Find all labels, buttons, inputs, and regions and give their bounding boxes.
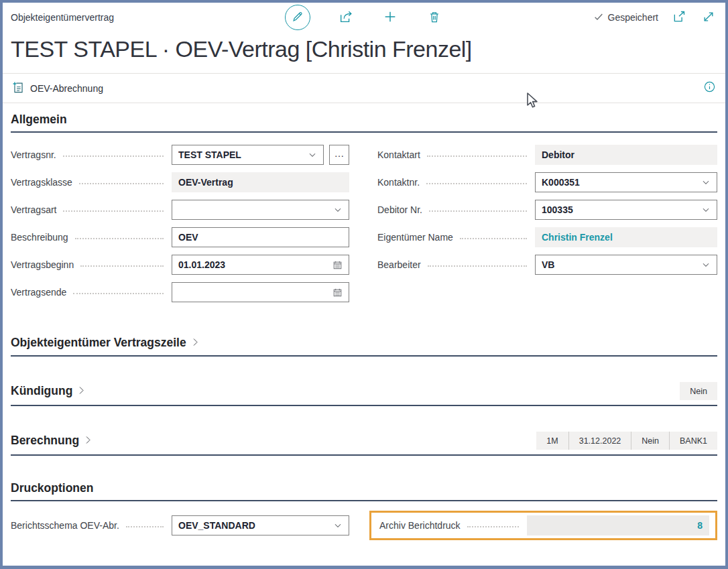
plus-icon <box>383 9 398 26</box>
report-icon <box>12 81 25 96</box>
window-controls: Gespeichert <box>593 9 717 26</box>
dotted-leader <box>427 155 527 157</box>
dotted-leader <box>467 526 519 527</box>
summary-badge: Nein <box>631 432 669 450</box>
section-rule <box>11 355 717 357</box>
chevron-down-icon[interactable] <box>333 205 343 214</box>
open-in-new-window-button[interactable] <box>670 9 688 26</box>
archiv-berichtdruck-value[interactable]: 8 <box>534 520 703 531</box>
summary-badge: 31.12.2022 <box>568 432 631 450</box>
dotted-leader <box>75 238 164 239</box>
popout-icon <box>672 10 686 25</box>
edit-button[interactable] <box>285 5 310 30</box>
action-bar: OEV-Abrechnung <box>3 74 725 103</box>
section-kuendigung-header: Kündigung Nein <box>11 382 717 400</box>
eigentuemer-name-link[interactable]: Christin Frenzel <box>542 232 711 243</box>
delete-button[interactable] <box>426 9 443 26</box>
save-status-label: Gespeichert <box>608 12 658 23</box>
field-kontaktart: Kontaktart Debitor <box>377 145 717 165</box>
field-label: Berichtsschema OEV-Abr. <box>11 520 119 531</box>
allgemein-left-column: Vertragsnr. TEST STAPEL … Vertragsklasse <box>11 145 349 310</box>
section-berechnung-header: Berechnung 1M 31.12.2022 Nein BANK1 <box>11 432 717 450</box>
debitor-nr-combobox[interactable]: 100335 <box>535 200 717 220</box>
field-debitor-nr: Debitor Nr. 100335 <box>377 200 717 220</box>
maximize-button[interactable] <box>700 9 717 26</box>
chevron-down-icon[interactable] <box>701 178 711 187</box>
section-allgemein-title[interactable]: Allgemein <box>11 113 67 127</box>
eigentuemer-name-field[interactable]: Christin Frenzel <box>535 227 717 247</box>
expand-icon <box>702 10 715 25</box>
field-bearbeiter: Bearbeiter VB <box>377 255 717 275</box>
dotted-leader <box>126 526 164 527</box>
section-druckoptionen-title[interactable]: Druckoptionen <box>11 481 93 495</box>
vertragsart-combobox[interactable] <box>172 200 349 220</box>
kontaktart-field: Debitor <box>535 145 717 165</box>
vertragsende-datepicker[interactable] <box>172 282 349 302</box>
chevron-down-icon[interactable] <box>701 205 711 214</box>
calendar-icon[interactable] <box>332 260 343 270</box>
summary-badge: BANK1 <box>669 432 717 450</box>
field-beschreibung: Beschreibung OEV <box>11 227 349 247</box>
dotted-leader <box>79 183 164 184</box>
field-label: Vertragsnr. <box>11 149 56 160</box>
bearbeiter-combobox[interactable]: VB <box>535 255 717 275</box>
app-window: Objekteigentümervertrag <box>0 0 728 569</box>
field-eigentuemer-name: Eigentümer Name Christin Frenzel <box>377 227 717 247</box>
share-icon <box>339 9 353 26</box>
berechnung-summary: 1M 31.12.2022 Nein BANK1 <box>536 432 717 450</box>
calendar-icon[interactable] <box>332 288 343 298</box>
field-vertragsart: Vertragsart <box>11 200 349 220</box>
field-vertragsbeginn: Vertragsbeginn 01.01.2023 <box>11 255 349 275</box>
field-label: Vertragsart <box>11 204 56 215</box>
allgemein-fields: Vertragsnr. TEST STAPEL … Vertragsklasse <box>11 145 717 310</box>
chevron-down-icon[interactable] <box>333 521 343 530</box>
dotted-leader <box>460 238 527 239</box>
check-icon <box>593 11 604 24</box>
chevron-right-icon <box>83 434 93 448</box>
field-label: Eigentümer Name <box>377 232 453 243</box>
field-vertragsnr: Vertragsnr. TEST STAPEL … <box>11 145 349 165</box>
dotted-leader <box>428 265 527 267</box>
ellipsis-icon: … <box>335 147 345 159</box>
chevron-down-icon[interactable] <box>308 150 317 160</box>
section-allgemein-header: Allgemein <box>11 113 717 127</box>
save-status: Gespeichert <box>593 11 658 24</box>
field-kontaktnr: Kontaktnr. K000351 <box>377 172 717 192</box>
field-label: Vertragsklasse <box>11 177 72 188</box>
berichtsschema-combobox[interactable]: OEV_STANDARD <box>172 515 349 535</box>
section-rule <box>11 454 717 456</box>
info-icon[interactable] <box>703 80 716 96</box>
field-vertragsende: Vertragsende <box>11 282 349 302</box>
section-berechnung-title[interactable]: Berechnung <box>11 433 93 448</box>
section-kuendigung-title[interactable]: Kündigung <box>11 383 86 399</box>
field-archiv-berichtdruck: Archiv Berichtdruck 8 <box>377 511 717 540</box>
field-vertragsklasse: Vertragsklasse OEV-Vertrag <box>11 172 349 192</box>
archiv-berichtdruck-field[interactable]: 8 <box>527 515 709 535</box>
dotted-leader <box>63 155 164 157</box>
dotted-leader <box>426 183 527 184</box>
chevron-right-icon <box>76 385 86 399</box>
druckoptionen-fields: Berichtsschema OEV-Abr. OEV_STANDARD Arc… <box>11 511 717 540</box>
field-label: Bearbeiter <box>377 259 421 270</box>
section-vertragszeile-header: Objekteigentümer Vertragszeile <box>11 335 717 351</box>
share-button[interactable] <box>337 9 355 26</box>
beschreibung-input[interactable]: OEV <box>172 227 349 247</box>
page-title: TEST STAPEL · OEV-Vertrag [Christin Fren… <box>3 32 725 73</box>
summary-badge: Nein <box>680 382 717 400</box>
section-vertragszeile-title[interactable]: Objekteigentümer Vertragszeile <box>11 335 200 351</box>
vertragsnr-combobox[interactable]: TEST STAPEL <box>172 145 324 165</box>
assist-edit-button[interactable]: … <box>329 145 349 165</box>
action-label: OEV-Abrechnung <box>30 83 103 94</box>
new-button[interactable] <box>381 9 399 26</box>
dotted-leader <box>63 210 164 212</box>
divider <box>3 103 725 103</box>
field-label: Beschreibung <box>11 232 68 243</box>
field-berichtsschema: Berichtsschema OEV-Abr. OEV_STANDARD <box>11 515 349 535</box>
chevron-down-icon[interactable] <box>701 260 711 269</box>
vertragsbeginn-datepicker[interactable]: 01.01.2023 <box>172 255 349 275</box>
field-label: Archiv Berichtdruck <box>379 520 461 531</box>
field-label: Vertragsende <box>11 287 66 298</box>
oev-abrechnung-action[interactable]: OEV-Abrechnung <box>12 81 103 96</box>
field-label: Vertragsbeginn <box>11 259 74 270</box>
kontaktnr-combobox[interactable]: K000351 <box>535 172 717 192</box>
